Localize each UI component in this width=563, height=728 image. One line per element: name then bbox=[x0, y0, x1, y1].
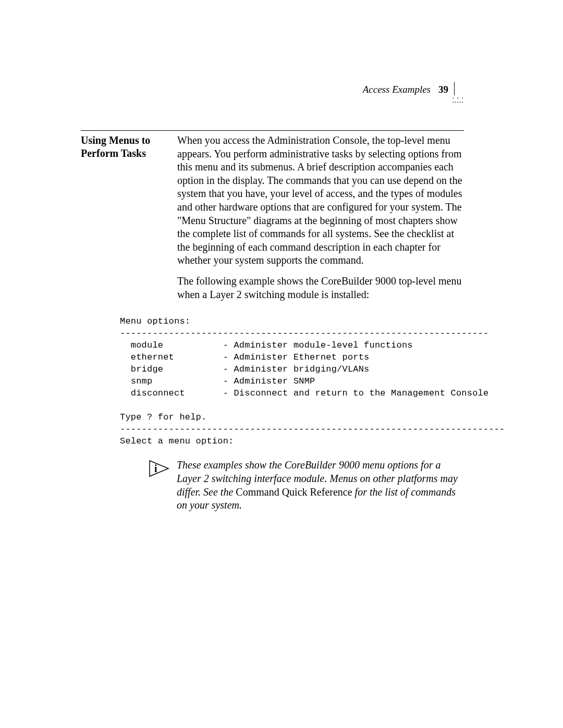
menu-item-name: module bbox=[131, 340, 163, 350]
note-block: i These examples show the CoreBuilder 90… bbox=[149, 459, 464, 512]
menu-listing: Menu options: --------------------------… bbox=[120, 316, 464, 447]
paragraph: The following example shows the CoreBuil… bbox=[177, 275, 464, 301]
body-text: When you access the Administration Conso… bbox=[177, 134, 464, 309]
side-heading-line: Using Menus to bbox=[81, 134, 150, 146]
header-divider bbox=[454, 82, 455, 95]
side-heading-line: Perform Tasks bbox=[81, 147, 146, 159]
menu-prompt: Select a menu option: bbox=[120, 436, 234, 446]
section-title: Access Examples bbox=[363, 84, 431, 95]
menu-item-name: ethernet bbox=[131, 352, 174, 362]
menu-rule: ----------------------------------------… bbox=[120, 328, 488, 338]
menu-item-name: disconnect bbox=[131, 388, 185, 398]
paragraph: When you access the Administration Conso… bbox=[177, 134, 464, 267]
menu-item-desc: - Disconnect and return to the Managemen… bbox=[223, 388, 489, 398]
menu-item-name: snmp bbox=[131, 376, 153, 386]
menu-help: Type ? for help. bbox=[120, 412, 206, 422]
menu-item-desc: - Administer Ethernet ports bbox=[223, 352, 370, 362]
menu-item-desc: - Administer SNMP bbox=[223, 376, 315, 386]
section-rule bbox=[81, 130, 464, 131]
menu-rule: ----------------------------------------… bbox=[120, 424, 505, 434]
note-fragment-roman: Command Quick Reference bbox=[236, 486, 352, 498]
dots-ornament-icon: · · ······ bbox=[452, 96, 464, 105]
menu-item-desc: - Administer module-level functions bbox=[223, 340, 413, 350]
svg-marker-0 bbox=[150, 461, 168, 476]
menu-item-desc: - Administer bridging/VLANs bbox=[223, 364, 370, 374]
info-icon: i bbox=[149, 459, 177, 479]
svg-text:i: i bbox=[154, 463, 157, 474]
menu-title: Menu options: bbox=[120, 316, 190, 326]
page-header: Access Examples 39 · · ······ bbox=[81, 81, 464, 112]
page-number: 39 bbox=[438, 84, 448, 95]
menu-item-name: bridge bbox=[131, 364, 163, 374]
note-text: These examples show the CoreBuilder 9000… bbox=[177, 459, 464, 512]
side-heading: Using Menus to Perform Tasks bbox=[81, 134, 177, 160]
